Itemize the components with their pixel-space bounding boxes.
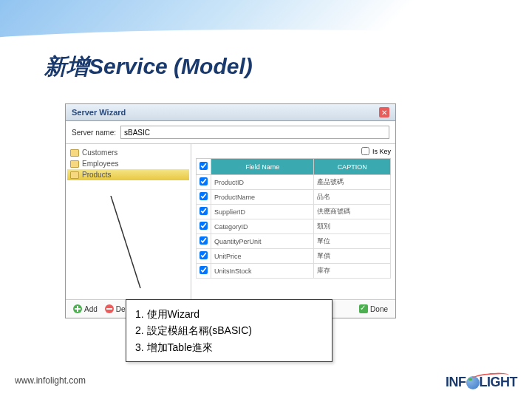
row-checkbox[interactable] (200, 177, 208, 185)
tree-item-label: Employees (82, 160, 118, 168)
table-icon (70, 171, 79, 179)
wizard-title: Server Wizard (72, 108, 126, 117)
wizard-titlebar: Server Wizard ✕ (66, 104, 395, 121)
col-check[interactable] (197, 159, 211, 175)
done-label: Done (370, 305, 388, 313)
logo-text: INFLIGHT (446, 375, 517, 390)
row-checkbox[interactable] (200, 266, 208, 274)
slide-title: 新增Service (Model) (44, 52, 253, 82)
tree-item-label: Customers (82, 149, 117, 157)
field-name-cell: SupplierID (211, 205, 314, 219)
instructions-callout: 使用Wizard設定模組名稱(sBASIC)增加Table進來 (126, 299, 332, 362)
tree-item-products[interactable]: Products (67, 169, 189, 180)
iskey-checkbox[interactable] (361, 147, 369, 155)
caption-cell: 單價 (314, 249, 391, 264)
field-name-cell: CategoryID (211, 219, 314, 234)
caption-cell: 供應商號碼 (314, 205, 391, 219)
table-icon (70, 160, 79, 168)
wizard-body: Customers Employees Products Is Key F (66, 144, 395, 299)
row-checkbox[interactable] (200, 251, 208, 259)
list-item: 使用Wizard (135, 306, 323, 322)
field-name-cell: ProductID (211, 175, 314, 190)
row-checkbox[interactable] (200, 192, 208, 200)
row-checkbox[interactable] (200, 207, 208, 215)
fields-pane: Is Key Field Name CAPTION ProductID 產品號碼… (191, 144, 395, 299)
table-icon (70, 149, 79, 157)
add-icon (73, 304, 82, 313)
server-name-input[interactable] (120, 126, 389, 139)
server-name-label: Server name: (72, 129, 116, 137)
del-button[interactable]: Del (105, 304, 127, 313)
col-caption: CAPTION (314, 159, 391, 175)
caption-cell: 品名 (314, 190, 391, 205)
iskey-row: Is Key (196, 147, 391, 155)
field-name-cell: QuantityPerUnit (211, 234, 314, 249)
server-name-row: Server name: (66, 121, 395, 144)
table-row[interactable]: ProductID 產品號碼 (197, 175, 391, 190)
tables-tree-pane: Customers Employees Products (66, 144, 191, 299)
list-item: 增加Table進來 (135, 339, 323, 355)
done-button[interactable]: Done (359, 304, 388, 313)
close-icon[interactable]: ✕ (379, 107, 389, 117)
tree-item-customers[interactable]: Customers (67, 147, 189, 158)
globe-icon (466, 376, 480, 389)
caption-cell: 單位 (314, 234, 391, 249)
check-all[interactable] (200, 162, 208, 170)
list-item: 設定模組名稱(sBASIC) (135, 322, 323, 338)
table-row[interactable]: ProductName 品名 (197, 190, 391, 205)
fields-table: Field Name CAPTION ProductID 產品號碼 Produc… (196, 158, 391, 279)
field-name-cell: UnitsInStock (211, 264, 314, 279)
caption-cell: 類別 (314, 219, 391, 234)
server-wizard-window: Server Wizard ✕ Server name: Customers E… (65, 103, 396, 318)
table-row[interactable]: CategoryID 類別 (197, 219, 391, 234)
brand-logo: INFLIGHT (446, 375, 517, 390)
caption-cell: 庫存 (314, 264, 391, 279)
slide-background-wave (0, 0, 532, 59)
tree-item-employees[interactable]: Employees (67, 158, 189, 169)
table-row[interactable]: QuantityPerUnit 單位 (197, 234, 391, 249)
field-name-cell: ProductName (211, 190, 314, 205)
iskey-label: Is Key (372, 148, 391, 155)
instructions-list: 使用Wizard設定模組名稱(sBASIC)增加Table進來 (135, 306, 323, 355)
footer-url: www.infolight.com (15, 375, 86, 386)
add-label: Add (84, 305, 98, 313)
row-checkbox[interactable] (200, 222, 208, 230)
field-name-cell: UnitPrice (211, 249, 314, 264)
col-fieldname: Field Name (211, 159, 314, 175)
done-icon (359, 304, 368, 313)
row-checkbox[interactable] (200, 236, 208, 245)
table-row[interactable]: UnitsInStock 庫存 (197, 264, 391, 279)
footer-left-buttons: Add Del (73, 304, 127, 313)
table-row[interactable]: SupplierID 供應商號碼 (197, 205, 391, 219)
tree-item-label: Products (82, 171, 111, 179)
add-button[interactable]: Add (73, 304, 98, 313)
del-icon (105, 304, 114, 313)
caption-cell: 產品號碼 (314, 175, 391, 190)
table-row[interactable]: UnitPrice 單價 (197, 249, 391, 264)
